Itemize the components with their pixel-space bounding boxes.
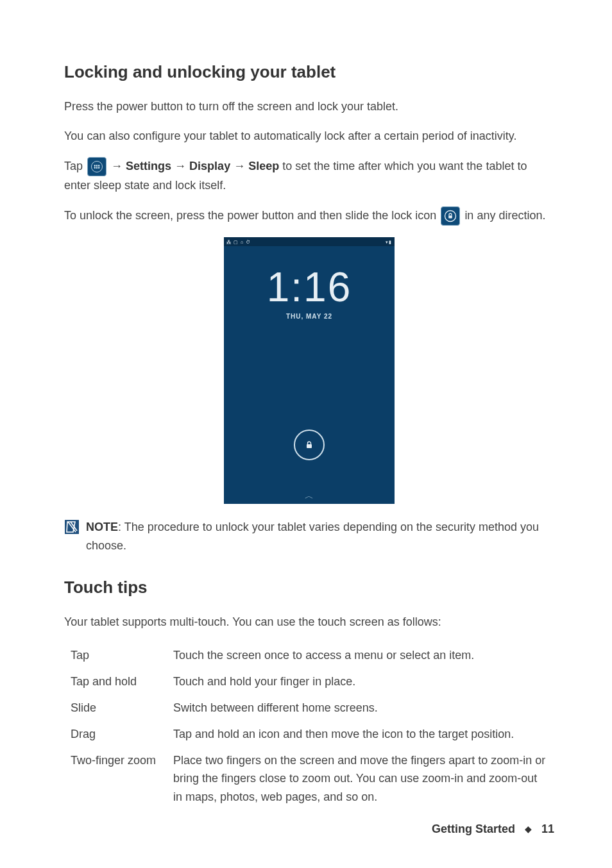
table-row: Drag Tap and hold an icon and then move … — [71, 721, 554, 747]
touch-tips-table: Tap Touch the screen once to access a me… — [71, 642, 554, 810]
para-tap-path: Tap → Settings → Display → Sleep to set … — [64, 157, 554, 195]
para-unlock: To unlock the screen, press the power bu… — [64, 206, 554, 226]
lockscreen-lock-ring — [294, 430, 325, 460]
note-label: NOTE — [86, 521, 118, 533]
heading-locking: Locking and unlocking your tablet — [64, 59, 554, 86]
diamond-icon: ◆ — [525, 824, 532, 834]
tip-term: Slide — [71, 695, 173, 721]
note-callout: NOTE: The procedure to unlock your table… — [64, 518, 554, 555]
page-footer: Getting Started ◆ 11 — [432, 820, 554, 839]
tip-term: Tap — [71, 642, 173, 669]
tip-desc: Tap and hold an icon and then move the i… — [173, 721, 554, 747]
display-label: Display — [189, 160, 230, 172]
status-bar: ⁂ ▢ ⌂ ⏱ ▾▮ — [224, 237, 395, 246]
arrow-icon: → — [111, 160, 126, 172]
table-row: Slide Switch between different home scre… — [71, 695, 554, 721]
chevron-up-icon: ︿ — [305, 491, 314, 500]
footer-section: Getting Started — [432, 822, 515, 835]
tap-pre: Tap — [64, 160, 86, 172]
note-icon — [64, 519, 80, 535]
arrow-icon: → — [234, 160, 248, 172]
unlock-pre: To unlock the screen, press the power bu… — [64, 209, 439, 222]
status-right-icons: ▾▮ — [386, 238, 392, 246]
table-row: Tap Touch the screen once to access a me… — [71, 642, 554, 669]
tip-term: Two-finger zoom — [71, 747, 173, 810]
touch-intro: Your tablet supports multi-touch. You ca… — [64, 613, 554, 631]
note-text: : The procedure to unlock your tablet va… — [86, 521, 539, 552]
tip-desc: Touch and hold your finger in place. — [173, 669, 554, 695]
tip-term: Tap and hold — [71, 669, 173, 695]
table-row: Tap and hold Touch and hold your finger … — [71, 669, 554, 695]
note-body: NOTE: The procedure to unlock your table… — [86, 518, 554, 555]
unlock-post: in any direction. — [464, 209, 545, 222]
apps-icon — [87, 157, 106, 176]
para-press-power: Press the power button to turn off the s… — [64, 97, 554, 116]
sleep-label: Sleep — [248, 160, 279, 172]
settings-label: Settings — [126, 160, 171, 172]
lockscreen-clock: 1:16 THU, MAY 22 — [224, 267, 395, 322]
lock-icon — [304, 440, 314, 450]
tip-term: Drag — [71, 721, 173, 747]
tip-desc: Touch the screen once to access a menu o… — [173, 642, 554, 669]
lock-icon — [441, 206, 460, 226]
table-row: Two-finger zoom Place two fingers on the… — [71, 747, 554, 810]
tip-desc: Place two fingers on the screen and move… — [173, 747, 554, 810]
lockscreen-time: 1:16 — [224, 267, 395, 308]
status-left-icons: ⁂ ▢ ⌂ ⏱ — [226, 238, 251, 246]
svg-rect-2 — [307, 444, 312, 448]
tip-desc: Switch between different home screens. — [173, 695, 554, 721]
para-auto-lock: You can also configure your tablet to au… — [64, 127, 554, 146]
heading-touch-tips: Touch tips — [64, 574, 554, 601]
footer-page-number: 11 — [541, 822, 554, 835]
arrow-icon: → — [174, 160, 189, 172]
lockscreen-figure: ⁂ ▢ ⌂ ⏱ ▾▮ 1:16 THU, MAY 22 ︿ — [224, 237, 395, 504]
lockscreen-date: THU, MAY 22 — [224, 312, 395, 322]
svg-rect-1 — [449, 216, 453, 219]
